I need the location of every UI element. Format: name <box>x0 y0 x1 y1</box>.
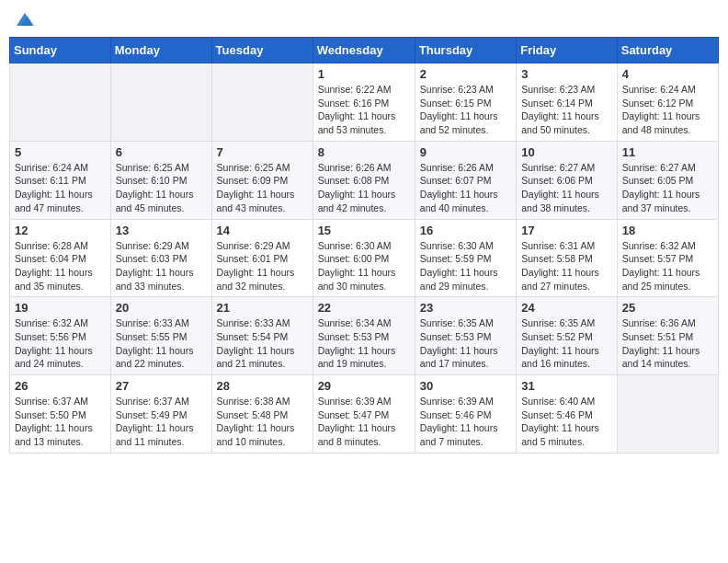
day-info: Sunrise: 6:34 AM Sunset: 5:53 PM Dayligh… <box>318 316 410 371</box>
day-info: Sunrise: 6:33 AM Sunset: 5:54 PM Dayligh… <box>217 316 308 371</box>
day-info: Sunrise: 6:26 AM Sunset: 6:08 PM Dayligh… <box>318 161 410 215</box>
logo-icon <box>15 9 35 29</box>
day-info: Sunrise: 6:23 AM Sunset: 6:14 PM Dayligh… <box>521 83 612 137</box>
day-info: Sunrise: 6:37 AM Sunset: 5:49 PM Dayligh… <box>116 395 207 449</box>
day-number: 24 <box>521 301 612 315</box>
calendar-cell: 21Sunrise: 6:33 AM Sunset: 5:54 PM Dayli… <box>211 297 313 375</box>
calendar-week-row: 19Sunrise: 6:32 AM Sunset: 5:56 PM Dayli… <box>10 297 719 375</box>
calendar-cell: 14Sunrise: 6:29 AM Sunset: 6:01 PM Dayli… <box>211 219 313 297</box>
calendar-cell: 26Sunrise: 6:37 AM Sunset: 5:50 PM Dayli… <box>10 375 111 454</box>
column-header-friday: Friday <box>517 38 618 63</box>
day-info: Sunrise: 6:36 AM Sunset: 5:51 PM Dayligh… <box>622 316 713 371</box>
day-number: 25 <box>622 301 713 315</box>
calendar-cell: 30Sunrise: 6:39 AM Sunset: 5:46 PM Dayli… <box>415 375 516 454</box>
day-number: 6 <box>116 145 207 159</box>
calendar-week-row: 12Sunrise: 6:28 AM Sunset: 6:04 PM Dayli… <box>10 219 719 297</box>
calendar-week-row: 1Sunrise: 6:22 AM Sunset: 6:16 PM Daylig… <box>10 63 719 142</box>
day-number: 27 <box>116 379 207 393</box>
column-header-thursday: Thursday <box>415 38 516 63</box>
calendar-table: SundayMondayTuesdayWednesdayThursdayFrid… <box>9 37 719 454</box>
calendar-header-row: SundayMondayTuesdayWednesdayThursdayFrid… <box>10 38 719 63</box>
day-number: 9 <box>420 145 511 159</box>
calendar-week-row: 5Sunrise: 6:24 AM Sunset: 6:11 PM Daylig… <box>10 141 719 219</box>
day-info: Sunrise: 6:37 AM Sunset: 5:50 PM Dayligh… <box>15 395 106 449</box>
calendar-cell: 8Sunrise: 6:26 AM Sunset: 6:08 PM Daylig… <box>313 141 415 219</box>
day-number: 23 <box>420 301 511 315</box>
day-number: 15 <box>318 224 410 237</box>
calendar-week-row: 26Sunrise: 6:37 AM Sunset: 5:50 PM Dayli… <box>10 375 719 454</box>
day-number: 14 <box>217 224 308 237</box>
calendar-cell: 7Sunrise: 6:25 AM Sunset: 6:09 PM Daylig… <box>211 141 313 219</box>
day-number: 22 <box>318 301 410 315</box>
calendar-cell: 23Sunrise: 6:35 AM Sunset: 5:53 PM Dayli… <box>415 297 516 375</box>
calendar-cell: 20Sunrise: 6:33 AM Sunset: 5:55 PM Dayli… <box>110 297 211 375</box>
day-number: 18 <box>622 224 713 237</box>
day-info: Sunrise: 6:29 AM Sunset: 6:01 PM Dayligh… <box>217 239 308 293</box>
calendar-cell <box>211 63 313 142</box>
day-number: 7 <box>217 145 308 159</box>
calendar-cell: 4Sunrise: 6:24 AM Sunset: 6:12 PM Daylig… <box>617 63 718 142</box>
day-info: Sunrise: 6:39 AM Sunset: 5:46 PM Dayligh… <box>420 395 511 449</box>
day-info: Sunrise: 6:26 AM Sunset: 6:07 PM Dayligh… <box>420 161 511 215</box>
calendar-cell: 19Sunrise: 6:32 AM Sunset: 5:56 PM Dayli… <box>10 297 111 375</box>
day-info: Sunrise: 6:25 AM Sunset: 6:10 PM Dayligh… <box>116 161 207 215</box>
calendar-cell <box>10 63 111 142</box>
calendar-cell: 3Sunrise: 6:23 AM Sunset: 6:14 PM Daylig… <box>517 63 618 142</box>
day-number: 8 <box>318 145 410 159</box>
page-header <box>9 9 719 29</box>
calendar-cell: 29Sunrise: 6:39 AM Sunset: 5:47 PM Dayli… <box>313 375 415 454</box>
calendar-cell: 1Sunrise: 6:22 AM Sunset: 6:16 PM Daylig… <box>313 63 415 142</box>
column-header-monday: Monday <box>110 38 211 63</box>
day-number: 13 <box>116 224 207 237</box>
calendar-cell: 10Sunrise: 6:27 AM Sunset: 6:06 PM Dayli… <box>517 141 618 219</box>
day-number: 17 <box>521 224 612 237</box>
day-info: Sunrise: 6:24 AM Sunset: 6:11 PM Dayligh… <box>15 161 106 215</box>
day-number: 10 <box>521 145 612 159</box>
calendar-cell: 13Sunrise: 6:29 AM Sunset: 6:03 PM Dayli… <box>110 219 211 297</box>
day-info: Sunrise: 6:31 AM Sunset: 5:58 PM Dayligh… <box>521 239 612 293</box>
day-number: 21 <box>217 301 308 315</box>
calendar-cell: 2Sunrise: 6:23 AM Sunset: 6:15 PM Daylig… <box>415 63 516 142</box>
day-number: 5 <box>15 145 106 159</box>
calendar-cell: 11Sunrise: 6:27 AM Sunset: 6:05 PM Dayli… <box>617 141 718 219</box>
calendar-cell: 24Sunrise: 6:35 AM Sunset: 5:52 PM Dayli… <box>517 297 618 375</box>
day-info: Sunrise: 6:27 AM Sunset: 6:06 PM Dayligh… <box>521 161 612 215</box>
day-number: 11 <box>622 145 713 159</box>
day-number: 3 <box>521 67 612 81</box>
day-info: Sunrise: 6:35 AM Sunset: 5:53 PM Dayligh… <box>420 316 511 371</box>
day-info: Sunrise: 6:25 AM Sunset: 6:09 PM Dayligh… <box>217 161 308 215</box>
calendar-cell <box>110 63 211 142</box>
day-info: Sunrise: 6:40 AM Sunset: 5:46 PM Dayligh… <box>521 395 612 449</box>
calendar-cell: 31Sunrise: 6:40 AM Sunset: 5:46 PM Dayli… <box>517 375 618 454</box>
logo <box>13 9 35 29</box>
calendar-cell: 22Sunrise: 6:34 AM Sunset: 5:53 PM Dayli… <box>313 297 415 375</box>
day-info: Sunrise: 6:35 AM Sunset: 5:52 PM Dayligh… <box>521 316 612 371</box>
day-number: 4 <box>622 67 713 81</box>
day-number: 12 <box>15 224 106 237</box>
day-info: Sunrise: 6:28 AM Sunset: 6:04 PM Dayligh… <box>15 239 106 293</box>
calendar-cell: 6Sunrise: 6:25 AM Sunset: 6:10 PM Daylig… <box>110 141 211 219</box>
day-info: Sunrise: 6:38 AM Sunset: 5:48 PM Dayligh… <box>217 395 308 449</box>
day-info: Sunrise: 6:32 AM Sunset: 5:56 PM Dayligh… <box>15 316 106 371</box>
day-info: Sunrise: 6:29 AM Sunset: 6:03 PM Dayligh… <box>116 239 207 293</box>
calendar-cell: 15Sunrise: 6:30 AM Sunset: 6:00 PM Dayli… <box>313 219 415 297</box>
day-number: 1 <box>318 67 410 81</box>
column-header-wednesday: Wednesday <box>313 38 415 63</box>
day-info: Sunrise: 6:24 AM Sunset: 6:12 PM Dayligh… <box>622 83 713 137</box>
column-header-tuesday: Tuesday <box>211 38 313 63</box>
calendar-cell: 17Sunrise: 6:31 AM Sunset: 5:58 PM Dayli… <box>517 219 618 297</box>
day-info: Sunrise: 6:30 AM Sunset: 5:59 PM Dayligh… <box>420 239 511 293</box>
day-info: Sunrise: 6:33 AM Sunset: 5:55 PM Dayligh… <box>116 316 207 371</box>
day-info: Sunrise: 6:27 AM Sunset: 6:05 PM Dayligh… <box>622 161 713 215</box>
calendar-cell: 28Sunrise: 6:38 AM Sunset: 5:48 PM Dayli… <box>211 375 313 454</box>
calendar-cell: 12Sunrise: 6:28 AM Sunset: 6:04 PM Dayli… <box>10 219 111 297</box>
day-number: 16 <box>420 224 511 237</box>
day-number: 31 <box>521 379 612 393</box>
day-number: 20 <box>116 301 207 315</box>
calendar-cell: 5Sunrise: 6:24 AM Sunset: 6:11 PM Daylig… <box>10 141 111 219</box>
day-info: Sunrise: 6:22 AM Sunset: 6:16 PM Dayligh… <box>318 83 410 137</box>
calendar-cell: 27Sunrise: 6:37 AM Sunset: 5:49 PM Dayli… <box>110 375 211 454</box>
day-number: 29 <box>318 379 410 393</box>
day-info: Sunrise: 6:23 AM Sunset: 6:15 PM Dayligh… <box>420 83 511 137</box>
day-info: Sunrise: 6:32 AM Sunset: 5:57 PM Dayligh… <box>622 239 713 293</box>
